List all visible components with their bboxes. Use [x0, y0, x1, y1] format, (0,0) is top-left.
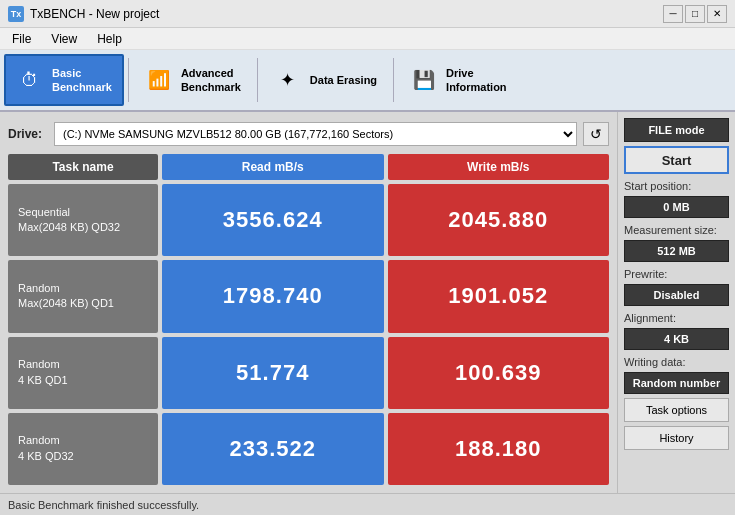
row-0-task: SequentialMax(2048 KB) QD32	[8, 184, 158, 256]
benchmark-table: Task name Read mB/s Write mB/s Sequentia…	[8, 154, 609, 485]
row-2-task: Random4 KB QD1	[8, 337, 158, 409]
table-row: SequentialMax(2048 KB) QD32 3556.624 204…	[8, 184, 609, 256]
basic-benchmark-label: BasicBenchmark	[52, 66, 112, 95]
title-bar: Tx TxBENCH - New project ─ □ ✕	[0, 0, 735, 28]
main-area: Drive: (C:) NVMe SAMSUNG MZVLB512 80.00 …	[0, 112, 735, 493]
header-read: Read mB/s	[162, 154, 384, 180]
status-bar: Basic Benchmark finished successfully.	[0, 493, 735, 515]
prewrite-label: Prewrite:	[624, 268, 729, 280]
table-row: RandomMax(2048 KB) QD1 1798.740 1901.052	[8, 260, 609, 332]
measurement-size-value[interactable]: 512 MB	[624, 240, 729, 262]
drive-information-icon: 💾	[410, 66, 438, 94]
header-write: Write mB/s	[388, 154, 610, 180]
title-bar-left: Tx TxBENCH - New project	[8, 6, 159, 22]
data-erasing-icon: ✦	[274, 66, 302, 94]
prewrite-value[interactable]: Disabled	[624, 284, 729, 306]
drive-row: Drive: (C:) NVMe SAMSUNG MZVLB512 80.00 …	[8, 120, 609, 148]
maximize-button[interactable]: □	[685, 5, 705, 23]
task-options-button[interactable]: Task options	[624, 398, 729, 422]
toolbar: ⏱ BasicBenchmark 📶 AdvancedBenchmark ✦ D…	[0, 50, 735, 112]
row-3-task: Random4 KB QD32	[8, 413, 158, 485]
drive-label: Drive:	[8, 127, 48, 141]
start-button[interactable]: Start	[624, 146, 729, 174]
toolbar-sep-3	[393, 58, 394, 102]
menu-view[interactable]: View	[43, 30, 85, 48]
toolbar-sep-1	[128, 58, 129, 102]
table-row: Random4 KB QD1 51.774 100.639	[8, 337, 609, 409]
table-header: Task name Read mB/s Write mB/s	[8, 154, 609, 180]
start-position-label: Start position:	[624, 180, 729, 192]
alignment-value[interactable]: 4 KB	[624, 328, 729, 350]
menu-bar: File View Help	[0, 28, 735, 50]
alignment-label: Alignment:	[624, 312, 729, 324]
title-bar-controls: ─ □ ✕	[663, 5, 727, 23]
toolbar-advanced-benchmark[interactable]: 📶 AdvancedBenchmark	[133, 54, 253, 106]
toolbar-data-erasing[interactable]: ✦ Data Erasing	[262, 54, 389, 106]
start-position-value[interactable]: 0 MB	[624, 196, 729, 218]
file-mode-button[interactable]: FILE mode	[624, 118, 729, 142]
data-erasing-label: Data Erasing	[310, 73, 377, 87]
measurement-size-label: Measurement size:	[624, 224, 729, 236]
advanced-benchmark-icon: 📶	[145, 66, 173, 94]
window-title: TxBENCH - New project	[30, 7, 159, 21]
writing-data-label: Writing data:	[624, 356, 729, 368]
toolbar-basic-benchmark[interactable]: ⏱ BasicBenchmark	[4, 54, 124, 106]
menu-file[interactable]: File	[4, 30, 39, 48]
toolbar-sep-2	[257, 58, 258, 102]
row-0-read: 3556.624	[162, 184, 384, 256]
basic-benchmark-icon: ⏱	[16, 66, 44, 94]
status-text: Basic Benchmark finished successfully.	[8, 499, 199, 511]
row-0-write: 2045.880	[388, 184, 610, 256]
drive-refresh-button[interactable]: ↺	[583, 122, 609, 146]
minimize-button[interactable]: ─	[663, 5, 683, 23]
table-row: Random4 KB QD32 233.522 188.180	[8, 413, 609, 485]
history-button[interactable]: History	[624, 426, 729, 450]
row-2-read: 51.774	[162, 337, 384, 409]
menu-help[interactable]: Help	[89, 30, 130, 48]
row-1-write: 1901.052	[388, 260, 610, 332]
header-task: Task name	[8, 154, 158, 180]
advanced-benchmark-label: AdvancedBenchmark	[181, 66, 241, 95]
row-3-write: 188.180	[388, 413, 610, 485]
row-1-task: RandomMax(2048 KB) QD1	[8, 260, 158, 332]
row-3-read: 233.522	[162, 413, 384, 485]
row-2-write: 100.639	[388, 337, 610, 409]
right-panel: FILE mode Start Start position: 0 MB Mea…	[617, 112, 735, 493]
drive-select[interactable]: (C:) NVMe SAMSUNG MZVLB512 80.00 GB (167…	[54, 122, 577, 146]
row-1-read: 1798.740	[162, 260, 384, 332]
writing-data-value[interactable]: Random number	[624, 372, 729, 394]
left-panel: Drive: (C:) NVMe SAMSUNG MZVLB512 80.00 …	[0, 112, 617, 493]
close-button[interactable]: ✕	[707, 5, 727, 23]
drive-information-label: DriveInformation	[446, 66, 507, 95]
app-icon: Tx	[8, 6, 24, 22]
toolbar-drive-information[interactable]: 💾 DriveInformation	[398, 54, 519, 106]
